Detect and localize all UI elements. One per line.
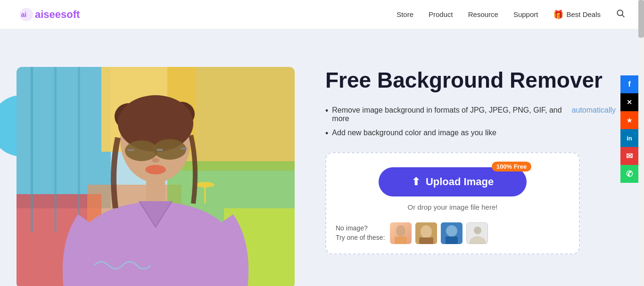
svg-point-32 — [421, 225, 432, 238]
svg-text:ai: ai — [21, 11, 26, 18]
sample-images-row: No image? Try one of these: — [336, 218, 570, 244]
svg-point-2 — [617, 10, 623, 16]
sample-thumb-1[interactable] — [390, 222, 412, 244]
main-nav: Store Product Resource Support 🎁 Best De… — [396, 8, 625, 20]
nav-product[interactable]: Product — [429, 10, 453, 18]
svg-rect-12 — [31, 67, 33, 232]
wave-decoration — [94, 258, 151, 274]
social-linkedin-button[interactable]: in — [620, 129, 638, 147]
nav-resource[interactable]: Resource — [468, 10, 498, 18]
feature-item-2: Add new background color and image as yo… — [325, 129, 616, 139]
nav-best-deals[interactable]: 🎁 Best Deals — [553, 9, 601, 20]
svg-rect-24 — [157, 149, 163, 151]
sample-thumb-2[interactable] — [415, 222, 437, 244]
header: ai aiseesoft Store Product Resource Supp… — [0, 0, 644, 29]
best-deals-icon: 🎁 — [553, 9, 563, 20]
social-sidebar: f ✕ ★ in ✉ ✆ — [620, 75, 638, 183]
drop-text: Or drop your image file here! — [336, 203, 570, 211]
scrollbar[interactable] — [638, 0, 644, 286]
sample-thumb-4[interactable] — [466, 222, 488, 244]
whatsapp-icon: ✆ — [626, 169, 633, 179]
search-icon — [616, 8, 625, 18]
svg-rect-13 — [54, 67, 57, 232]
hero-photo — [17, 67, 295, 286]
svg-rect-14 — [78, 67, 80, 232]
svg-rect-33 — [419, 237, 433, 244]
svg-rect-16 — [204, 185, 206, 204]
svg-point-27 — [145, 165, 166, 174]
svg-point-38 — [474, 227, 481, 234]
logo-text: aiseesoft — [35, 8, 80, 21]
hero-image-area — [0, 48, 302, 274]
hero-section: Free Background Remover Remove image bac… — [0, 29, 644, 286]
feature-list: Remove image background in formats of JP… — [325, 106, 616, 139]
social-facebook-button[interactable]: f — [620, 75, 638, 93]
hero-content: Free Background Remover Remove image bac… — [302, 68, 616, 254]
svg-rect-21 — [146, 178, 165, 201]
nav-store[interactable]: Store — [396, 10, 413, 18]
twitter-icon: ✕ — [627, 98, 632, 106]
upload-box: 100% Free ⬆ Upload Image Or drop your im… — [325, 152, 580, 254]
auto-link[interactable]: automatically — [572, 106, 616, 114]
linkedin-icon: in — [627, 135, 632, 142]
sample-thumb-3[interactable] — [441, 222, 462, 244]
upload-icon: ⬆ — [412, 176, 420, 188]
upload-btn-wrapper: 100% Free ⬆ Upload Image — [379, 167, 527, 196]
svg-point-29 — [396, 225, 405, 237]
hero-photo-svg — [17, 67, 295, 286]
no-image-text: No image? Try one of these: — [336, 224, 385, 242]
feature-item-1: Remove image background in formats of JP… — [325, 106, 616, 123]
hero-title: Free Background Remover — [325, 68, 616, 93]
svg-rect-30 — [395, 237, 407, 244]
scrollbar-thumb[interactable] — [638, 0, 644, 38]
search-button[interactable] — [616, 8, 625, 20]
svg-point-35 — [446, 225, 457, 237]
svg-point-28 — [152, 158, 159, 163]
upload-image-button[interactable]: ⬆ Upload Image — [379, 167, 527, 196]
social-email-button[interactable]: ✉ — [620, 147, 638, 165]
svg-rect-25 — [127, 149, 134, 151]
nav-support[interactable]: Support — [513, 10, 538, 18]
social-twitter-button[interactable]: ✕ — [620, 93, 638, 111]
reddit-icon: ★ — [627, 117, 632, 124]
wave-svg — [94, 258, 151, 272]
svg-line-3 — [622, 15, 625, 17]
svg-rect-36 — [446, 237, 458, 244]
logo-icon: ai — [19, 7, 34, 22]
svg-rect-26 — [181, 148, 188, 149]
sample-thumbs — [390, 222, 488, 244]
email-icon: ✉ — [626, 151, 633, 161]
social-whatsapp-button[interactable]: ✆ — [620, 165, 638, 183]
social-reddit-button[interactable]: ★ — [620, 111, 638, 129]
free-badge: 100% Free — [492, 162, 531, 172]
logo[interactable]: ai aiseesoft — [19, 7, 80, 22]
facebook-icon: f — [628, 80, 631, 89]
